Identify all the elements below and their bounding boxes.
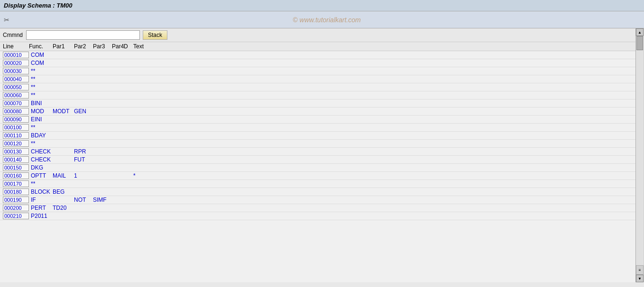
- scroll-grip: ≡: [636, 265, 644, 275]
- header-text: Text: [133, 43, 228, 50]
- cell-func: **: [29, 140, 53, 147]
- table-row[interactable]: 000120 **: [0, 140, 635, 148]
- cell-line: 000060: [3, 92, 29, 99]
- cell-func: CHECK: [29, 156, 53, 163]
- cell-line: 000150: [3, 164, 29, 171]
- table-row[interactable]: 000110 BDAY: [0, 132, 635, 140]
- header-line: Line: [3, 43, 29, 50]
- cell-par2: 1: [74, 172, 93, 179]
- table-row[interactable]: 000020 COM: [0, 59, 635, 67]
- cell-par1: BEG: [53, 188, 74, 195]
- scroll-thumb[interactable]: [636, 36, 643, 50]
- cell-func: BLOCK: [29, 188, 53, 195]
- cell-func: **: [29, 68, 53, 74]
- header-par1: Par1: [53, 43, 74, 50]
- scroll-up-button[interactable]: ▲: [636, 28, 644, 36]
- table-header: Line Func. Par1 Par2 Par3 Par4 D Text: [0, 42, 635, 51]
- table-row[interactable]: 000160 OPTT MAIL 1 *: [0, 172, 635, 180]
- cell-func: DKG: [29, 164, 53, 171]
- toolbar-icon: ✂: [4, 16, 9, 24]
- cell-text: *: [133, 172, 228, 179]
- cell-par3: SIMF: [93, 197, 112, 203]
- page-title: Display Schema : TM00: [4, 2, 73, 9]
- table-row[interactable]: 000080 MOD MODT GEN: [0, 108, 635, 116]
- content-area: Cmmnd Stack Line Func. Par1 Par2 Par3 Pa…: [0, 28, 635, 282]
- cell-par1: MAIL: [53, 172, 74, 179]
- table-row[interactable]: 000060 **: [0, 91, 635, 99]
- cell-line: 000180: [3, 188, 29, 195]
- cell-line: 000050: [3, 84, 29, 90]
- cell-line: 000080: [3, 108, 29, 115]
- table-row[interactable]: 000130 CHECK RPR: [0, 148, 635, 156]
- header-d: D: [124, 43, 133, 50]
- table-row[interactable]: 000180 BLOCK BEG: [0, 188, 635, 196]
- cell-line: 000130: [3, 148, 29, 155]
- header-par3: Par3: [93, 43, 112, 50]
- cell-func: IF: [29, 197, 53, 203]
- cell-line: 000170: [3, 180, 29, 187]
- table-row[interactable]: 000140 CHECK FUT: [0, 156, 635, 164]
- cell-par1: TD20: [53, 205, 74, 211]
- stack-button[interactable]: Stack: [143, 30, 167, 40]
- cell-func: **: [29, 180, 53, 187]
- cell-par2: GEN: [74, 108, 93, 115]
- table-row[interactable]: 000070 BINI: [0, 99, 635, 108]
- header-par4: Par4: [112, 43, 124, 50]
- cell-line: 000200: [3, 205, 29, 211]
- cell-line: 000010: [3, 52, 29, 58]
- header-par2: Par2: [74, 43, 93, 50]
- table-row[interactable]: 000190 IF NOT SIMF: [0, 196, 635, 204]
- cell-func: P2011: [29, 213, 53, 219]
- table-row[interactable]: 000050 **: [0, 83, 635, 91]
- cell-func: MOD: [29, 108, 53, 115]
- cell-func: OPTT: [29, 172, 53, 179]
- table-row[interactable]: 000200 PERT TD20: [0, 204, 635, 212]
- cell-func: **: [29, 84, 53, 90]
- cell-line: 000190: [3, 197, 29, 203]
- table-row[interactable]: 000040 **: [0, 75, 635, 83]
- cell-par1: MODT: [53, 108, 74, 115]
- title-bar: Display Schema : TM00: [0, 0, 644, 11]
- cell-func: **: [29, 92, 53, 99]
- command-input[interactable]: [26, 30, 140, 40]
- table-row[interactable]: 000210 P2011: [0, 212, 635, 220]
- cell-func: PERT: [29, 205, 53, 211]
- table-row[interactable]: 000150 DKG: [0, 164, 635, 172]
- cell-line: 000040: [3, 76, 29, 82]
- cell-func: COM: [29, 52, 53, 58]
- cell-par2: FUT: [74, 156, 93, 163]
- main-area: Cmmnd Stack Line Func. Par1 Par2 Par3 Pa…: [0, 28, 644, 282]
- cell-func: EINI: [29, 116, 53, 123]
- cell-line: 000070: [3, 100, 29, 107]
- scroll-track: [636, 36, 644, 265]
- cell-line: 000110: [3, 132, 29, 139]
- table-row[interactable]: 000030 **: [0, 67, 635, 75]
- table-row[interactable]: 000010 COM: [0, 51, 635, 59]
- table-row[interactable]: 000170 **: [0, 180, 635, 188]
- command-bar: Cmmnd Stack: [0, 28, 635, 42]
- scroll-down-button[interactable]: ▼: [636, 275, 644, 282]
- cell-par2: NOT: [74, 197, 93, 203]
- table-row[interactable]: 000100 **: [0, 124, 635, 132]
- cell-func: **: [29, 76, 53, 82]
- cell-line: 000090: [3, 116, 29, 123]
- toolbar: ✂ © www.tutorialkart.com: [0, 11, 644, 28]
- cell-line: 000120: [3, 140, 29, 147]
- cell-func: BDAY: [29, 132, 53, 139]
- cell-func: COM: [29, 60, 53, 66]
- cell-line: 000210: [3, 213, 29, 219]
- table-row[interactable]: 000090 EINI: [0, 116, 635, 124]
- command-label: Cmmnd: [3, 32, 24, 38]
- header-func: Func.: [29, 43, 53, 50]
- cell-line: 000030: [3, 68, 29, 74]
- watermark: © www.tutorialkart.com: [13, 16, 640, 24]
- cell-func: BINI: [29, 100, 53, 107]
- scrollbar[interactable]: ▲ ≡ ▼: [635, 28, 644, 282]
- cell-line: 000100: [3, 124, 29, 131]
- cell-func: CHECK: [29, 148, 53, 155]
- cell-func: **: [29, 124, 53, 131]
- table-body: 000010 COM 000020 COM 000030 ** 000040 *…: [0, 51, 635, 220]
- cell-line: 000140: [3, 156, 29, 163]
- cell-par2: RPR: [74, 148, 93, 155]
- cell-line: 000020: [3, 60, 29, 66]
